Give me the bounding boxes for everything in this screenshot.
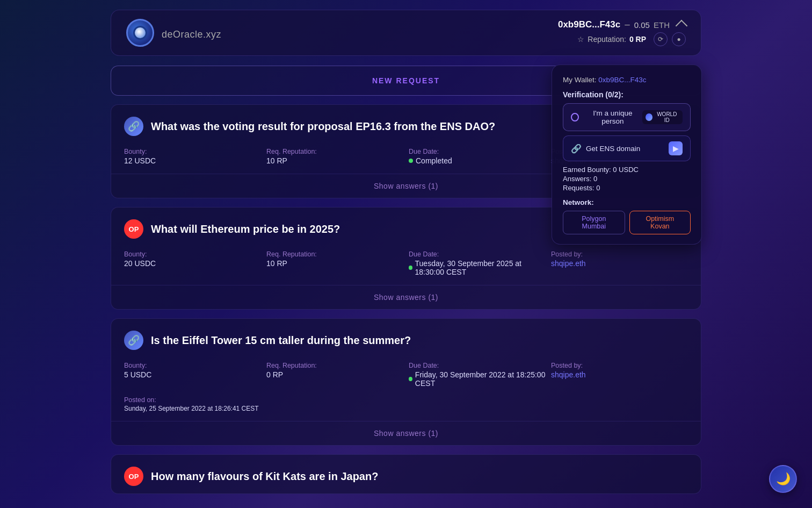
due-date-group-1: Due Date: Completed: [409, 148, 546, 165]
my-wallet-label: My Wallet:: [563, 76, 597, 84]
moon-icon: 🌙: [776, 472, 791, 486]
bounty-value-3: 5 USDC: [124, 370, 261, 379]
show-answers-bar-3[interactable]: Show answers (1): [111, 421, 701, 445]
req-rep-group-3: Req. Reputation: 0 RP: [266, 362, 403, 388]
req-rep-label-3: Req. Reputation:: [266, 362, 403, 369]
posted-by-value-2[interactable]: shqipe.eth: [551, 259, 688, 268]
ens-label: Get ENS domain: [586, 145, 640, 153]
world-id-badge: WORLD ID: [642, 110, 683, 124]
posted-by-value-3[interactable]: shqipe.eth: [551, 370, 688, 379]
eth-amount: 0.05 ETH: [634, 20, 670, 30]
bounty-group-3: Bounty: 5 USDC: [124, 362, 261, 388]
due-date-group-2: Due Date: Tuesday, 30 September 2025 at …: [409, 251, 546, 276]
card-header-4: OP How many flavours of Kit Kats are in …: [111, 455, 701, 493]
posted-on-group-3: Posted on: Sunday, 25 September 2022 at …: [124, 396, 261, 412]
posted-by-group-2: Posted by: shqipe.eth: [551, 251, 688, 276]
question-card-4: OP How many flavours of Kit Kats are in …: [111, 454, 701, 494]
logo-area: deOracle.xyz: [126, 19, 221, 47]
verification-label: Verification (0/2):: [563, 90, 691, 99]
card-meta-3: Bounty: 5 USDC Req. Reputation: 0 RP Due…: [111, 357, 701, 396]
card-icon-chain-1: 🔗: [124, 117, 143, 136]
answers-label: Answers:: [563, 175, 591, 183]
requests-row: Requests: 0: [563, 184, 691, 192]
bounty-value-2: 20 USDC: [124, 259, 261, 268]
answers-value: 0: [593, 175, 597, 183]
status-dot-green-1: [409, 159, 413, 163]
world-id-label: WORLD ID: [655, 111, 679, 123]
posted-by-label-2: Posted by:: [551, 251, 688, 258]
show-answers-bar-2[interactable]: Show answers (1): [111, 285, 701, 309]
optimism-kovan-button[interactable]: Optimism Kovan: [629, 211, 691, 234]
my-wallet-link[interactable]: 0xb9BC...F43c: [598, 76, 646, 84]
answers-row: Answers: 0: [563, 175, 691, 183]
req-rep-label-2: Req. Reputation:: [266, 251, 403, 258]
theme-toggle-button[interactable]: 🌙: [769, 465, 797, 493]
reputation-label: Reputation:: [588, 35, 626, 44]
req-rep-label-1: Req. Reputation:: [266, 148, 403, 155]
posted-on-value-3: Sunday, 25 September 2022 at 18:26:41 CE…: [124, 405, 261, 412]
card-header-3: 🔗 Is the Eiffel Tower 15 cm taller durin…: [111, 319, 701, 357]
card-meta-3b: Posted on: Sunday, 25 September 2022 at …: [111, 396, 701, 421]
dropdown-panel: My Wallet: 0xb9BC...F43c Verification (0…: [552, 65, 702, 245]
card-icon-chain-3: 🔗: [124, 331, 143, 350]
header-icons: ⟳ ●: [654, 32, 686, 46]
polygon-mumbai-button[interactable]: Polygon Mumbai: [563, 211, 625, 234]
ens-arrow-icon: ▶: [669, 141, 683, 155]
header-right: 0xb9BC...F43c – 0.05 ETH ☆ Reputation: 0…: [558, 19, 686, 46]
unique-person-button[interactable]: I'm a unique person WORLD ID: [563, 103, 691, 131]
eth-label: ETH: [654, 20, 670, 30]
chevron-up-icon[interactable]: [676, 20, 688, 32]
wallet-addr-text: 0xb9BC...F43c: [558, 19, 620, 30]
logo-icon: [126, 19, 154, 47]
due-date-label-3: Due Date:: [409, 362, 546, 369]
due-date-label-1: Due Date:: [409, 148, 546, 155]
wallet-address-header[interactable]: 0xb9BC...F43c – 0.05 ETH: [558, 19, 686, 30]
show-answers-label-2: Show answers (1): [374, 293, 438, 302]
star-icon: ☆: [577, 35, 584, 44]
req-rep-value-2: 10 RP: [266, 259, 403, 268]
req-rep-value-3: 0 RP: [266, 370, 403, 379]
bounty-value-1: 12 USDC: [124, 156, 261, 165]
world-id-logo: [646, 113, 653, 121]
spinner-icon[interactable]: ⟳: [654, 32, 668, 46]
ens-domain-button[interactable]: 🔗 Get ENS domain ▶: [563, 135, 691, 161]
due-date-value-2: Tuesday, 30 September 2025 at 18:30:00 C…: [409, 259, 546, 276]
new-request-label: NEW REQUEST: [372, 76, 440, 85]
logo-suffix: .xyz: [203, 29, 221, 40]
requests-label: Requests:: [563, 184, 595, 192]
earned-bounty-value: 0 USDC: [613, 166, 639, 174]
dropdown-wallet-row: My Wallet: 0xb9BC...F43c: [563, 76, 691, 84]
bounty-group-2: Bounty: 20 USDC: [124, 251, 261, 276]
header: deOracle.xyz 0xb9BC...F43c – 0.05 ETH ☆ …: [111, 10, 701, 56]
logo-name: deOracle: [162, 29, 203, 40]
posted-by-group-3: Posted by: shqipe.eth: [551, 362, 688, 388]
ens-btn-left: 🔗 Get ENS domain: [571, 144, 640, 154]
posted-by-label-3: Posted by:: [551, 362, 688, 369]
network-label: Network:: [563, 198, 691, 206]
due-date-text-2: Tuesday, 30 September 2025 at 18:30:00 C…: [415, 259, 546, 276]
status-dot-green-3: [409, 377, 412, 381]
bounty-label-1: Bounty:: [124, 148, 261, 155]
due-date-text-3: Friday, 30 September 2022 at 18:25:00 CE…: [415, 370, 546, 388]
card-title-2: What will Ethereum price be in 2025?: [151, 223, 340, 235]
unique-person-label: I'm a unique person: [583, 109, 642, 125]
due-date-value-3: Friday, 30 September 2022 at 18:25:00 CE…: [409, 370, 546, 388]
requests-value: 0: [596, 184, 600, 192]
reputation-value: 0 RP: [629, 35, 646, 44]
card-title-4: How many flavours of Kit Kats are in Jap…: [151, 470, 378, 483]
show-answers-label-3: Show answers (1): [374, 429, 438, 438]
earned-bounty-row: Earned Bounty: 0 USDC: [563, 166, 691, 174]
card-meta-2: Bounty: 20 USDC Req. Reputation: 10 RP D…: [111, 246, 701, 285]
logo-text: deOracle.xyz: [162, 25, 221, 41]
due-date-group-3: Due Date: Friday, 30 September 2022 at 1…: [409, 362, 546, 388]
card-icon-op-4: OP: [124, 467, 143, 486]
card-icon-op-2: OP: [124, 219, 143, 239]
bounty-group-1: Bounty: 12 USDC: [124, 148, 261, 165]
due-date-text-1: Completed: [416, 156, 452, 165]
card-title-3: Is the Eiffel Tower 15 cm taller during …: [151, 334, 411, 347]
posted-on-label-3: Posted on:: [124, 396, 261, 404]
user-icon[interactable]: ●: [672, 32, 686, 46]
show-answers-label-1: Show answers (1): [374, 182, 438, 190]
question-card-3: 🔗 Is the Eiffel Tower 15 cm taller durin…: [111, 318, 701, 446]
req-rep-group-1: Req. Reputation: 10 RP: [266, 148, 403, 165]
